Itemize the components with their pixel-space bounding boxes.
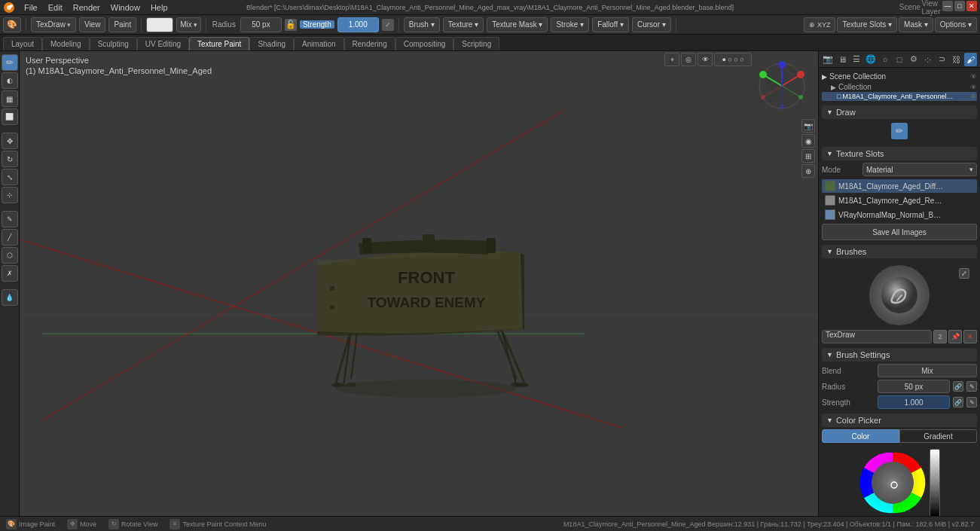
blend-dropdown[interactable]: Mix	[878, 364, 977, 377]
texture-paint-mode-dropdown[interactable]: TexDraw ▾	[31, 17, 76, 32]
brush-delete-btn[interactable]: ✕	[963, 330, 977, 343]
rp-icon-render[interactable]: 📷	[822, 53, 835, 66]
brush-name-input[interactable]: TexDraw	[822, 330, 932, 343]
transform-tool[interactable]: ⊹	[2, 187, 18, 203]
sample-color-tool[interactable]: 💧	[2, 289, 18, 306]
scene-collection-header[interactable]: ▶ Scene Collection 👁	[822, 71, 977, 82]
menu-window[interactable]: Window	[106, 2, 145, 13]
svg-rect-33	[423, 234, 435, 251]
brush-expand-btn[interactable]: ⤢	[959, 268, 969, 279]
strength-lock-icon[interactable]: ✓	[382, 19, 394, 31]
rp-icon-output[interactable]: 🖥	[836, 53, 849, 66]
annotate-erase-tool[interactable]: ✗	[2, 265, 18, 282]
radius-link-icon[interactable]: 🔗	[953, 381, 963, 392]
draw-section-header[interactable]: ▼ Draw	[822, 105, 977, 119]
rotate-tool[interactable]: ↻	[2, 151, 18, 167]
stroke-dropdown[interactable]: Stroke ▾	[551, 17, 589, 32]
menu-help[interactable]: Help	[146, 2, 172, 13]
sc-collection-item[interactable]: ▶ Collection 👁	[822, 82, 977, 92]
save-all-images-button[interactable]: Save All Images	[822, 224, 977, 240]
top-menu-bar: File Edit Render Window Help Blender* [C…	[0, 0, 980, 15]
rp-icon-object[interactable]: □	[893, 53, 906, 66]
blend-mode-dropdown[interactable]: Mix ▾	[176, 17, 201, 32]
brushes-section-header[interactable]: ▼ Brushes	[822, 245, 977, 258]
menu-edit[interactable]: Edit	[44, 2, 67, 13]
radius-value-input[interactable]: 50 px	[878, 380, 950, 393]
texture-slot-normal[interactable]: VRayNormalMap_Normal_Bump.tga	[822, 208, 977, 221]
tab-shading[interactable]: Shading	[249, 37, 294, 50]
tab-animation[interactable]: Animation	[294, 37, 343, 50]
radius-lock-icon[interactable]: 🔓	[285, 19, 297, 31]
color-picker-header[interactable]: ▼ Color Picker	[822, 414, 977, 427]
color-tab[interactable]: Color	[822, 429, 899, 443]
rp-icon-modifiers[interactable]: ⚙	[907, 53, 920, 66]
fill-tool[interactable]: ▦	[2, 90, 18, 107]
options-dropdown[interactable]: Options ▾	[935, 17, 977, 32]
mask-dropdown[interactable]: Mask ▾	[899, 17, 933, 32]
annotate-tool[interactable]: ✎	[2, 211, 18, 227]
tab-uv-editing[interactable]: UV Editing	[137, 37, 189, 50]
strength-pen-icon[interactable]: ✎	[966, 397, 977, 407]
brush-name-row: TexDraw 2 📌 ✕	[822, 330, 977, 343]
annotate-poly-tool[interactable]: ⬡	[2, 247, 18, 264]
falloff-dropdown[interactable]: Falloff ▾	[592, 17, 629, 32]
strength-input[interactable]: 1.000	[337, 17, 379, 32]
rp-icon-constraints[interactable]: ⛓	[950, 53, 963, 66]
minimize-button[interactable]: —	[942, 1, 953, 11]
scale-tool[interactable]: ⤡	[2, 169, 18, 185]
rp-icon-world[interactable]: ○	[879, 53, 892, 66]
viewport[interactable]: FRONT TOWARD ENEMY User Perspective (1) …	[20, 51, 818, 516]
brush-settings-header[interactable]: ▼ Brush Settings	[822, 348, 977, 362]
tab-modeling[interactable]: Modeling	[42, 37, 90, 50]
tab-compositing[interactable]: Compositing	[395, 37, 454, 50]
texture-mask-dropdown[interactable]: Texture Mask ▾	[487, 17, 548, 32]
xyz-axes[interactable]: ⊕ XYZ	[804, 17, 835, 32]
texture-slot-reflection[interactable]: M18A1_Claymore_Aged_Reflection.png	[822, 194, 977, 207]
radius-pen-icon[interactable]: ✎	[966, 381, 977, 392]
tab-rendering[interactable]: Rendering	[344, 37, 395, 50]
softlight-tool[interactable]: ◐	[2, 72, 18, 89]
menu-file[interactable]: File	[20, 2, 42, 13]
color-swatch-input[interactable]	[146, 17, 173, 32]
rp-icon-data[interactable]: 🖌	[964, 53, 977, 66]
strength-link-icon[interactable]: 🔗	[953, 397, 963, 407]
draw-tool[interactable]: ✏	[2, 54, 18, 71]
move-tool[interactable]: ✥	[2, 133, 18, 149]
tab-texture-paint[interactable]: Texture Paint	[189, 37, 249, 50]
tab-layout[interactable]: Layout	[3, 37, 42, 50]
view-menu-btn[interactable]: View	[79, 17, 106, 32]
texture-slots-dropdown[interactable]: Texture Slots ▾	[837, 17, 897, 32]
sc-object-item[interactable]: □ M18A1_Claymore_Anti_Personnel_Mine_A..…	[822, 92, 977, 101]
texture-slot-diffuse[interactable]: M18A1_Claymore_Aged_Diffuse.png	[822, 179, 977, 193]
cursor-dropdown[interactable]: Cursor ▾	[632, 17, 671, 32]
draw-mode-icon[interactable]: ✏	[891, 123, 908, 139]
editor-type-button[interactable]: 🎨	[3, 17, 21, 32]
annotate-line-tool[interactable]: ╱	[2, 229, 18, 246]
maximize-button[interactable]: □	[954, 1, 965, 11]
object-eye-icon[interactable]: 👁	[970, 93, 977, 100]
radius-input[interactable]: 50 px	[240, 17, 282, 32]
menu-render[interactable]: Render	[69, 2, 105, 13]
brightness-bar[interactable]	[930, 449, 940, 516]
texture-dropdown[interactable]: Texture ▾	[443, 17, 484, 32]
paint-btn[interactable]: Paint	[108, 17, 136, 32]
brush-settings-section: ▼ Brush Settings Blend Mix Radius 50 px …	[822, 348, 977, 409]
close-button[interactable]: ✕	[966, 1, 977, 11]
strength-value-input[interactable]: 1.000	[878, 395, 950, 409]
rp-icon-view-layer[interactable]: ☰	[850, 53, 863, 66]
rp-icon-scene[interactable]: 🌐	[865, 53, 878, 66]
rp-icon-physics[interactable]: ⊃	[936, 53, 948, 66]
texture-slots-header[interactable]: ▼ Texture Slots	[822, 147, 977, 160]
mode-dropdown[interactable]: Material ▾	[862, 163, 977, 176]
rp-icon-particles[interactable]: ·:·	[921, 53, 934, 66]
brush-dropdown[interactable]: Brush ▾	[404, 17, 440, 32]
tab-scripting[interactable]: Scripting	[453, 37, 499, 50]
window-title: Blender* [C:\Users\dimax\Desktop\M18A1_C…	[246, 3, 734, 11]
brush-pin-btn[interactable]: 📌	[948, 330, 962, 343]
gradient-tab[interactable]: Gradient	[899, 429, 977, 443]
color-wheel[interactable]	[859, 449, 927, 516]
tab-sculpting[interactable]: Sculpting	[90, 37, 137, 50]
collection-eye-icon[interactable]: 👁	[970, 84, 977, 91]
mask-tool[interactable]: ⬜	[2, 108, 18, 125]
scene-eye-icon[interactable]: 👁	[970, 73, 977, 81]
